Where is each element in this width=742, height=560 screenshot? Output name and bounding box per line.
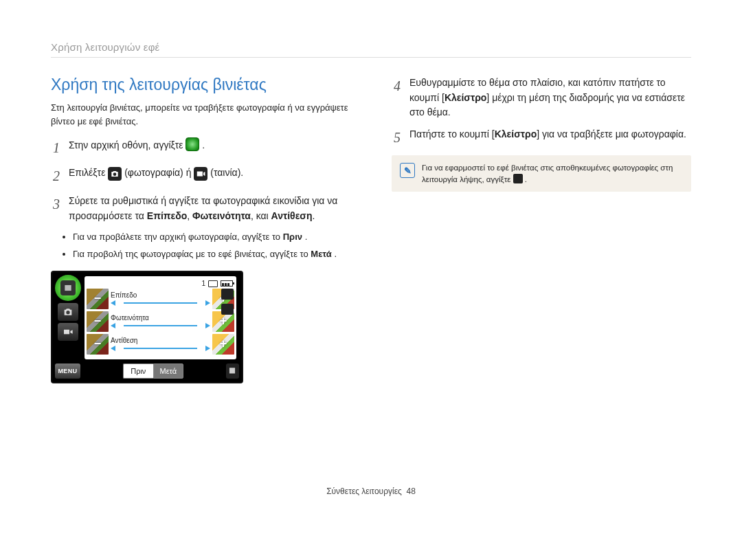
- text-bold: Πριν: [283, 232, 302, 242]
- step-number: 5: [392, 127, 403, 148]
- note-text: Για να εφαρμοστεί το εφέ βινιέτας στις α…: [422, 162, 683, 185]
- slider-arrows-icon[interactable]: [111, 346, 210, 351]
- slider-label: Αντίθεση: [111, 337, 210, 351]
- text: .: [202, 139, 205, 150]
- list-item: Για προβολή της φωτογραφίας με το εφέ βι…: [73, 247, 350, 261]
- text: Στην αρχική οθόνη, αγγίξτε: [69, 139, 186, 150]
- video-icon: [194, 167, 207, 181]
- step-4: 4 Ευθυγραμμίστε το θέμα στο πλαίσιο, και…: [392, 76, 691, 120]
- text-bold: Μετά: [311, 249, 331, 259]
- text: Για να προβάλετε την αρχική φωτογραφία, …: [73, 232, 283, 242]
- slider-arrows-icon[interactable]: [111, 323, 210, 328]
- step-text: Πατήστε το κουμπί [Κλείστρο] για να τραβ…: [409, 127, 691, 142]
- flash-icon[interactable]: [221, 304, 234, 315]
- step-number: 3: [51, 194, 62, 215]
- vignette-mode-icon: [186, 137, 199, 151]
- step-number: 2: [51, 166, 62, 187]
- text: .: [334, 249, 337, 259]
- step-text: Στην αρχική οθόνη, αγγίξτε .: [69, 137, 350, 153]
- text-bold: Κλείστρο: [445, 92, 486, 103]
- content-columns: Χρήση της λειτουργίας βινιέτας Στη λειτο…: [51, 76, 691, 383]
- text-bold: Φωτεινότητα: [192, 210, 251, 221]
- text-bold: Αντίθεση: [271, 210, 313, 221]
- text-bold: Κλείστρο: [495, 128, 537, 139]
- step-5: 5 Πατήστε το κουμπί [Κλείστρο] για να τρ…: [392, 127, 691, 148]
- menu-button[interactable]: MENU: [55, 363, 80, 379]
- step-number: 1: [51, 137, 62, 159]
- page-header: Χρήση λειτουργιών εφέ: [51, 41, 691, 53]
- section-title: Χρήση της λειτουργίας βινιέτας: [51, 76, 350, 94]
- thumb-minus-icon[interactable]: −: [87, 311, 109, 332]
- step-text: Σύρετε τα ρυθμιστικά ή αγγίξτε τα φωτογρ…: [69, 194, 350, 223]
- thumb-minus-icon[interactable]: −: [87, 289, 109, 309]
- device-left-icons: [55, 275, 81, 341]
- text: ,: [187, 210, 192, 221]
- bullet-list: Για να προβάλετε την αρχική φωτογραφία, …: [51, 230, 350, 260]
- step-2: 2 Επιλέξτε (φωτογραφία) ή (ταινία).: [51, 166, 350, 187]
- step-3: 3 Σύρετε τα ρυθμιστικά ή αγγίξτε τα φωτο…: [51, 194, 350, 223]
- thumb-minus-icon[interactable]: −: [87, 334, 109, 355]
- text: Φωτεινότητα: [111, 314, 210, 322]
- text: Επιλέξτε: [69, 167, 108, 178]
- text: .: [525, 175, 527, 183]
- device-right-icons: [221, 289, 234, 315]
- status-bar: 1: [87, 279, 234, 289]
- shot-count: 1: [201, 280, 205, 287]
- intro-text: Στη λειτουργία βινιέτας, μπορείτε να τρα…: [51, 101, 350, 128]
- step-text: Επιλέξτε (φωτογραφία) ή (ταινία).: [69, 166, 350, 181]
- battery-icon: [221, 280, 233, 287]
- before-after-tabs: Πριν Μετά: [123, 363, 183, 379]
- video-mode-button[interactable]: [58, 323, 78, 341]
- slider-row-level: − Επίπεδο +: [87, 289, 234, 309]
- text: , και: [251, 210, 271, 221]
- step-number: 4: [392, 76, 403, 97]
- text: .: [312, 210, 315, 221]
- text: Πατήστε το κουμπί [: [409, 128, 495, 139]
- text: (ταινία).: [210, 167, 243, 178]
- note-box: ✎ Για να εφαρμοστεί το εφέ βινιέτας στις…: [392, 155, 691, 192]
- text: ] για να τραβήξετε μια φωτογραφία.: [537, 128, 686, 139]
- vignette-mode-icon[interactable]: [55, 275, 81, 301]
- edit-icon: [513, 174, 523, 183]
- device-top: 1 − Επίπεδο +: [52, 272, 242, 361]
- page: Χρήση λειτουργιών εφέ Χρήση της λειτουργ…: [0, 0, 742, 517]
- text: (φωτογραφία) ή: [124, 167, 194, 178]
- slider-label: Επίπεδο: [111, 291, 210, 306]
- page-number: 48: [406, 486, 415, 496]
- list-item: Για να προβάλετε την αρχική φωτογραφία, …: [73, 230, 350, 244]
- device-bottom-bar: MENU Πριν Μετά: [52, 361, 242, 382]
- text: Αντίθεση: [111, 337, 210, 344]
- photo-mode-button[interactable]: [58, 303, 78, 321]
- memory-card-icon: [208, 280, 218, 287]
- header-divider: [51, 57, 691, 58]
- device-preview: 1 − Επίπεδο +: [51, 271, 243, 383]
- slider-arrows-icon[interactable]: [111, 300, 210, 306]
- device-body: 1 − Επίπεδο +: [85, 276, 236, 359]
- display-icon[interactable]: [221, 289, 234, 300]
- text-bold: Επίπεδο: [147, 210, 187, 221]
- slider-row-brightness: − Φωτεινότητα +: [87, 311, 234, 332]
- right-column: 4 Ευθυγραμμίστε το θέμα στο πλαίσιο, και…: [392, 76, 691, 383]
- camera-icon: [108, 167, 122, 181]
- page-footer: Σύνθετες λειτουργίες 48: [51, 486, 691, 496]
- slider-label: Φωτεινότητα: [111, 314, 210, 328]
- note-icon: ✎: [400, 163, 415, 178]
- step-text: Ευθυγραμμίστε το θέμα στο πλαίσιο, και κ…: [409, 76, 691, 120]
- text: .: [305, 232, 308, 242]
- thumb-plus-icon[interactable]: +: [212, 334, 234, 355]
- text: Επίπεδο: [111, 291, 210, 299]
- tab-after[interactable]: Μετά: [153, 363, 183, 379]
- playback-button[interactable]: [226, 363, 239, 379]
- tab-before[interactable]: Πριν: [123, 363, 153, 379]
- text: Για προβολή της φωτογραφίας με το εφέ βι…: [73, 249, 311, 259]
- text: Για να εφαρμοστεί το εφέ βινιέτας στις α…: [422, 164, 673, 183]
- step-1: 1 Στην αρχική οθόνη, αγγίξτε .: [51, 137, 350, 159]
- footer-label: Σύνθετες λειτουργίες: [326, 486, 402, 496]
- left-column: Χρήση της λειτουργίας βινιέτας Στη λειτο…: [51, 76, 350, 383]
- slider-row-contrast: − Αντίθεση +: [87, 334, 234, 355]
